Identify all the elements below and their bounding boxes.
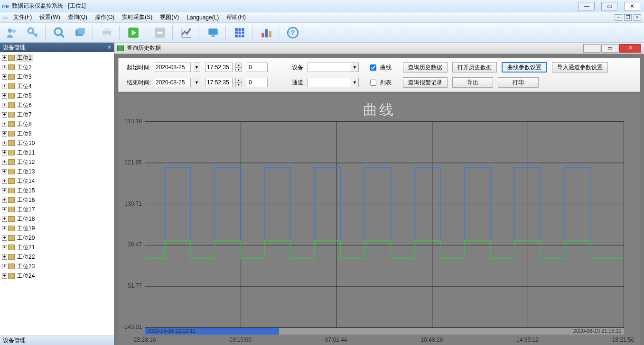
menu-view[interactable]: 视图(V): [156, 12, 183, 22]
list-checkbox[interactable]: [370, 80, 376, 86]
tree-item-station-3[interactable]: +工位3: [2, 72, 114, 82]
toolbar-key-button[interactable]: [23, 24, 43, 42]
end-date-dropdown[interactable]: ▼: [194, 78, 200, 87]
tree-item-station-7[interactable]: +工位7: [2, 110, 114, 119]
mdi-minimize-button[interactable]: –: [615, 14, 622, 21]
mdi-close-button[interactable]: ×: [634, 14, 641, 21]
end-date-input[interactable]: [154, 78, 191, 87]
tree-item-station-1[interactable]: +工位1: [2, 53, 114, 63]
tree-item-station-13[interactable]: +工位13: [2, 167, 114, 176]
toolbar-play-button[interactable]: [123, 24, 143, 42]
tree-item-station-9[interactable]: +工位9: [2, 129, 114, 138]
tree-item-station-14[interactable]: +工位14: [2, 176, 114, 186]
import-channel-config-button[interactable]: 导入通道参数设置: [552, 62, 608, 73]
time-range-bar[interactable]: 2020-08-16 22:12:12 2020-08-19 21:05:12: [145, 328, 624, 335]
print-button[interactable]: 打印: [498, 77, 539, 88]
toolbar-help-button[interactable]: ?: [283, 24, 303, 42]
tree-item-station-6[interactable]: +工位6: [2, 100, 114, 110]
curve-config-button[interactable]: 曲线参数设置: [502, 62, 547, 73]
sidebar-footer-tab[interactable]: 设备管理: [0, 336, 114, 345]
child-close-button[interactable]: ✕: [619, 44, 641, 53]
toolbar-windows-button[interactable]: [70, 24, 90, 42]
tree-item-station-23[interactable]: +工位23: [2, 262, 114, 271]
toolbar-print-button[interactable]: [97, 24, 117, 42]
sidebar-close-button[interactable]: ×: [108, 44, 111, 51]
expand-icon[interactable]: +: [2, 160, 7, 165]
channel-combo[interactable]: ▼: [308, 78, 359, 87]
expand-icon[interactable]: +: [2, 112, 7, 118]
tree-item-station-17[interactable]: +工位17: [2, 205, 114, 214]
expand-icon[interactable]: +: [2, 273, 7, 279]
tree-item-station-15[interactable]: +工位15: [2, 186, 114, 195]
expand-icon[interactable]: +: [2, 226, 7, 231]
end-time-input[interactable]: [205, 78, 233, 87]
export-button[interactable]: 导出: [452, 77, 493, 88]
tree-item-station-20[interactable]: +工位20: [2, 233, 114, 243]
tree-item-station-12[interactable]: +工位12: [2, 157, 114, 167]
child-minimize-button[interactable]: —: [583, 44, 600, 53]
child-maximize-button[interactable]: ▭: [601, 44, 618, 53]
start-offset-input[interactable]: [247, 63, 268, 72]
start-date-dropdown[interactable]: ▼: [194, 63, 200, 72]
start-time-spinner[interactable]: ▲▼: [235, 63, 242, 72]
expand-icon[interactable]: +: [2, 65, 7, 70]
expand-icon[interactable]: +: [2, 236, 7, 241]
query-alarm-button[interactable]: 查询报警记录: [403, 77, 448, 88]
tree-item-station-10[interactable]: +工位10: [2, 138, 114, 148]
expand-icon[interactable]: +: [2, 198, 7, 203]
tree-item-station-8[interactable]: +工位8: [2, 119, 114, 129]
device-tree[interactable]: +工位1+工位2+工位3+工位4+工位5+工位6+工位7+工位8+工位9+工位1…: [0, 52, 114, 336]
mdi-restore-button[interactable]: ❐: [624, 14, 632, 21]
tree-item-station-5[interactable]: +工位5: [2, 91, 114, 100]
expand-icon[interactable]: +: [2, 217, 7, 222]
device-combo[interactable]: ▼: [308, 63, 359, 72]
expand-icon[interactable]: +: [2, 141, 7, 146]
tree-item-station-19[interactable]: +工位19: [2, 224, 114, 233]
expand-icon[interactable]: +: [2, 264, 7, 269]
menu-settings[interactable]: 设置(W): [36, 12, 64, 22]
tree-item-station-21[interactable]: +工位21: [2, 243, 114, 252]
expand-icon[interactable]: +: [2, 74, 7, 80]
expand-icon[interactable]: +: [2, 55, 7, 61]
expand-icon[interactable]: +: [2, 103, 7, 108]
tree-item-station-16[interactable]: +工位16: [2, 195, 114, 205]
toolbar-monitor-button[interactable]: [203, 24, 223, 42]
menu-realtime[interactable]: 实时采集(S): [118, 12, 156, 22]
window-maximize-button[interactable]: ▭: [601, 2, 617, 10]
toolbar-table-button[interactable]: [230, 24, 250, 42]
start-time-input[interactable]: [205, 63, 233, 72]
query-history-button[interactable]: 查询历史数据: [403, 62, 448, 73]
toolbar-search-button[interactable]: [49, 24, 69, 42]
tree-item-station-24[interactable]: +工位24: [2, 271, 114, 281]
expand-icon[interactable]: +: [2, 254, 7, 260]
open-history-button[interactable]: 打开历史数据: [452, 62, 497, 73]
chart-plot[interactable]: [145, 121, 624, 328]
tree-item-station-2[interactable]: +工位2: [2, 63, 114, 72]
end-time-spinner[interactable]: ▲▼: [235, 78, 242, 87]
expand-icon[interactable]: +: [2, 131, 7, 136]
menu-query[interactable]: 查询(Q): [64, 12, 91, 22]
expand-icon[interactable]: +: [2, 150, 7, 155]
expand-icon[interactable]: +: [2, 122, 7, 127]
start-date-input[interactable]: [154, 63, 191, 72]
expand-icon[interactable]: +: [2, 84, 7, 89]
window-minimize-button[interactable]: —: [579, 2, 595, 10]
menu-help[interactable]: 帮助(H): [223, 12, 250, 22]
toolbar-stop-button[interactable]: [150, 24, 170, 42]
expand-icon[interactable]: +: [2, 207, 7, 212]
tree-item-station-22[interactable]: +工位22: [2, 252, 114, 262]
toolbar-linechart-button[interactable]: [177, 24, 196, 42]
menu-operate[interactable]: 操作(O): [91, 12, 118, 22]
expand-icon[interactable]: +: [2, 179, 7, 184]
curve-checkbox[interactable]: [370, 64, 376, 71]
tree-item-station-4[interactable]: +工位4: [2, 82, 114, 91]
menu-file[interactable]: 文件(F): [9, 12, 36, 22]
expand-icon[interactable]: +: [2, 245, 7, 250]
tree-item-station-18[interactable]: +工位18: [2, 214, 114, 224]
expand-icon[interactable]: +: [2, 188, 7, 193]
toolbar-users-button[interactable]: [2, 24, 22, 42]
tree-item-station-11[interactable]: +工位11: [2, 148, 114, 157]
expand-icon[interactable]: +: [2, 93, 7, 99]
window-close-button[interactable]: ✕: [624, 2, 640, 10]
menu-language[interactable]: Language(L): [183, 12, 223, 22]
